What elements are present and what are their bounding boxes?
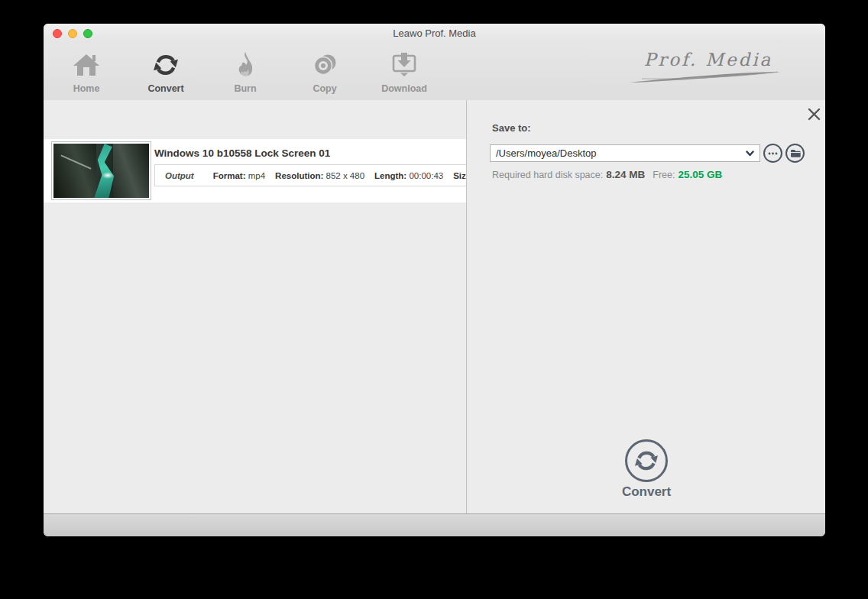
disk-space-status: Required hard disk space:8.24 MBFree:25.… [492,169,722,180]
media-list-panel: Windows 10 b10558 Lock Screen 01 Output … [44,100,466,513]
resolution-field: Resolution: 852 x 480 [275,171,364,180]
toolbar-item-burn[interactable]: Burn [212,44,279,100]
toolbar-item-copy[interactable]: Copy [291,44,358,100]
browse-ellipsis-button[interactable] [763,144,782,163]
ellipsis-icon [768,152,778,155]
title-bar: Leawo Prof. Media [44,24,825,44]
toolbar-item-home[interactable]: Home [53,44,120,100]
length-field: Length: 00:00:43 [374,171,443,180]
toolbar-label-download: Download [371,83,438,94]
save-to-label: Save to: [492,122,531,134]
toolbar-item-convert[interactable]: Convert [132,44,199,100]
media-list-item[interactable]: Windows 10 b10558 Lock Screen 01 Output … [44,139,466,202]
required-space-label: Required hard disk space: [492,170,603,180]
save-path-dropdown[interactable]: /Users/moyea/Desktop [490,144,760,162]
convert-icon [132,50,199,79]
output-label: Output [165,171,194,180]
toolbar-label-convert: Convert [132,83,199,94]
window-title: Leawo Prof. Media [44,28,825,39]
brand-signature: Prof. Media [628,50,789,85]
open-folder-button[interactable] [785,144,805,163]
convert-arrows-icon [633,448,659,474]
free-space-label: Free: [653,170,675,180]
status-bar [44,513,825,536]
toolbar-label-home: Home [53,83,120,94]
download-icon [371,50,438,79]
save-settings-panel: Save to: /Users/moyea/Desktop Required h… [467,100,825,513]
folder-icon [790,149,801,157]
free-space-value: 25.05 GB [678,169,722,180]
burn-flame-icon [212,50,279,79]
media-thumbnail [51,141,151,200]
app-window: Leawo Prof. Media Home [44,24,825,536]
save-path-value: /Users/moyea/Desktop [491,147,740,159]
brand-signature-text: Prof. Media [628,50,789,70]
size-field: Size [453,171,466,180]
media-title: Windows 10 b10558 Lock Screen 01 [154,147,330,159]
format-field: Format: mp4 [213,171,265,180]
convert-action-label: Convert [587,484,706,500]
toolbar-item-download[interactable]: Download [371,44,438,100]
toolbar-label-copy: Copy [291,83,358,94]
signature-swoosh [628,70,785,85]
close-panel-icon[interactable] [804,104,824,124]
convert-action-button[interactable] [625,439,668,482]
home-icon [53,50,120,79]
chevron-down-icon [740,151,760,157]
required-space-value: 8.24 MB [606,169,645,180]
main-toolbar: Home Convert Burn [44,44,825,100]
toolbar-label-burn: Burn [212,83,279,94]
media-info-box: Output Format: mp4 Resolution: 852 x 480… [154,164,466,186]
copy-disc-icon [291,50,358,79]
